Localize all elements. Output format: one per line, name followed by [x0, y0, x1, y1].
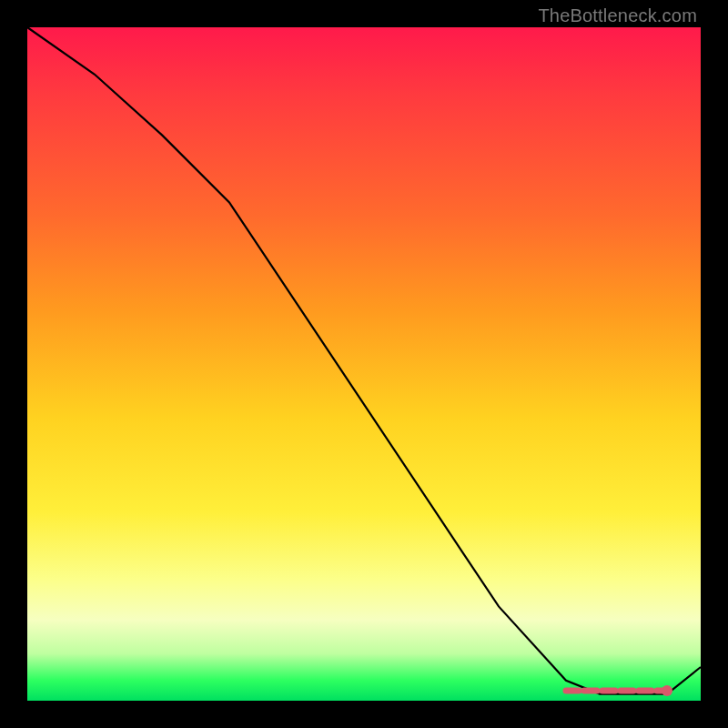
chart-container: TheBottleneck.com [0, 0, 728, 728]
bottleneck-curve [27, 27, 701, 694]
watermark-text: TheBottleneck.com [538, 5, 697, 26]
optimal-range-endpoint [662, 685, 672, 696]
chart-overlay [27, 27, 701, 701]
